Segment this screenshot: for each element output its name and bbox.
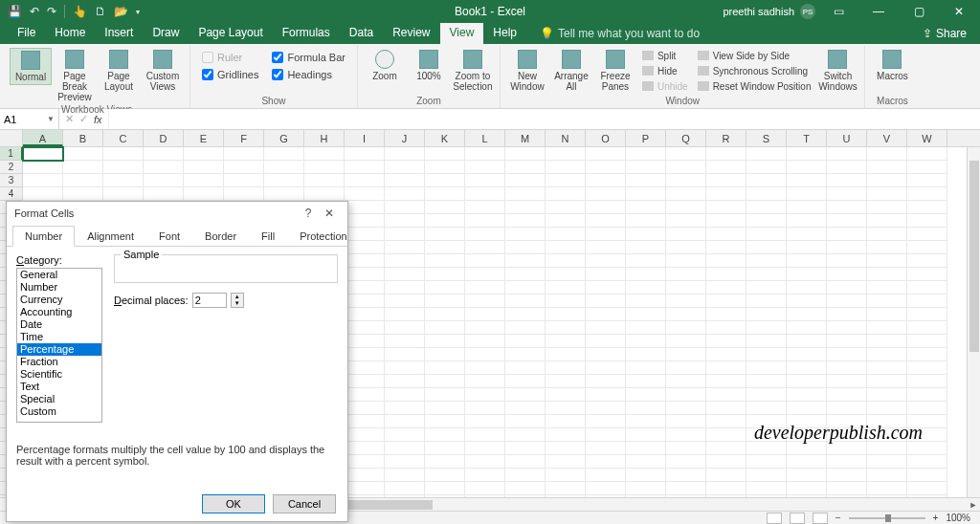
- cell[interactable]: [586, 415, 626, 428]
- cell[interactable]: [666, 214, 706, 228]
- cell[interactable]: [907, 187, 947, 201]
- tab-review[interactable]: Review: [383, 23, 439, 44]
- cell[interactable]: [666, 308, 706, 321]
- cell[interactable]: [345, 361, 385, 375]
- cell[interactable]: [827, 348, 867, 361]
- cell[interactable]: [345, 442, 385, 455]
- cell[interactable]: [465, 201, 505, 214]
- cell[interactable]: [264, 161, 304, 174]
- cell[interactable]: [505, 335, 546, 348]
- headings-checkbox[interactable]: Headings: [272, 69, 345, 80]
- cell[interactable]: [907, 388, 947, 402]
- cell[interactable]: [867, 295, 907, 308]
- cell[interactable]: [666, 228, 706, 241]
- cell[interactable]: [666, 361, 706, 375]
- tab-page-layout[interactable]: Page Layout: [189, 23, 272, 44]
- cell[interactable]: [907, 147, 947, 161]
- cell[interactable]: [586, 281, 626, 295]
- cell[interactable]: [103, 174, 144, 187]
- cell[interactable]: [787, 281, 827, 295]
- qat-dropdown-icon[interactable]: ▾: [136, 8, 140, 16]
- cell[interactable]: [546, 254, 586, 268]
- cell[interactable]: [505, 361, 546, 375]
- save-icon[interactable]: 💾: [8, 5, 22, 18]
- cell[interactable]: [546, 187, 586, 201]
- cell[interactable]: [746, 321, 787, 335]
- cell[interactable]: [546, 241, 586, 254]
- cell[interactable]: [103, 187, 144, 201]
- ok-button[interactable]: OK: [202, 494, 265, 513]
- cell[interactable]: [586, 174, 626, 187]
- zoom-100-button[interactable]: 100%: [408, 48, 450, 83]
- column-header[interactable]: I: [345, 130, 385, 146]
- cell[interactable]: [706, 402, 746, 415]
- cell[interactable]: [827, 295, 867, 308]
- cell[interactable]: [505, 321, 546, 335]
- cell[interactable]: [465, 482, 505, 495]
- decimal-spinner[interactable]: ▲ ▼: [231, 293, 244, 308]
- cell[interactable]: [505, 201, 546, 214]
- column-header[interactable]: R: [706, 130, 746, 146]
- page-break-status-icon[interactable]: [813, 513, 828, 524]
- cell[interactable]: [746, 402, 787, 415]
- cell[interactable]: [546, 174, 586, 187]
- cell[interactable]: [425, 268, 465, 281]
- cell[interactable]: [465, 388, 505, 402]
- category-item[interactable]: Fraction: [17, 356, 101, 368]
- column-header[interactable]: K: [425, 130, 465, 146]
- cell[interactable]: [626, 241, 666, 254]
- name-box[interactable]: A1 ▼: [0, 109, 59, 129]
- cell[interactable]: [385, 241, 425, 254]
- cell[interactable]: [546, 375, 586, 388]
- cell[interactable]: [787, 241, 827, 254]
- name-box-dropdown-icon[interactable]: ▼: [47, 115, 55, 123]
- dialog-tab-border[interactable]: Border: [192, 226, 249, 247]
- cell[interactable]: [666, 187, 706, 201]
- cell[interactable]: [907, 455, 947, 469]
- cell[interactable]: [465, 187, 505, 201]
- column-header[interactable]: S: [746, 130, 787, 146]
- column-header[interactable]: U: [827, 130, 867, 146]
- cell[interactable]: [867, 201, 907, 214]
- cell[interactable]: [385, 482, 425, 495]
- cell[interactable]: [827, 187, 867, 201]
- cell[interactable]: [787, 361, 827, 375]
- category-item[interactable]: Percentage: [17, 343, 101, 356]
- cell[interactable]: [345, 295, 385, 308]
- cell[interactable]: [586, 375, 626, 388]
- cell[interactable]: [827, 469, 867, 482]
- cell[interactable]: [787, 455, 827, 469]
- cell[interactable]: [586, 428, 626, 442]
- cell[interactable]: [144, 187, 184, 201]
- cell[interactable]: [706, 469, 746, 482]
- cell[interactable]: [385, 268, 425, 281]
- cell[interactable]: [706, 268, 746, 281]
- cell[interactable]: [385, 469, 425, 482]
- cell[interactable]: [746, 161, 787, 174]
- cancel-button[interactable]: Cancel: [273, 494, 336, 513]
- cell[interactable]: [505, 455, 546, 469]
- cell[interactable]: [626, 375, 666, 388]
- close-button[interactable]: ✕: [942, 0, 976, 23]
- cell[interactable]: [666, 147, 706, 161]
- dialog-tab-font[interactable]: Font: [146, 226, 192, 247]
- cell[interactable]: [546, 402, 586, 415]
- cell[interactable]: [345, 402, 385, 415]
- cell[interactable]: [626, 428, 666, 442]
- cell[interactable]: [505, 375, 546, 388]
- cell[interactable]: [827, 161, 867, 174]
- cell[interactable]: [787, 442, 827, 455]
- cell[interactable]: [626, 442, 666, 455]
- row-header[interactable]: 3: [0, 174, 23, 187]
- cell[interactable]: [425, 415, 465, 428]
- cell[interactable]: [867, 375, 907, 388]
- cell[interactable]: [746, 295, 787, 308]
- cell[interactable]: [63, 161, 103, 174]
- cell[interactable]: [626, 174, 666, 187]
- vertical-scrollbar[interactable]: [967, 147, 980, 497]
- cell[interactable]: [345, 375, 385, 388]
- cell[interactable]: [827, 321, 867, 335]
- freeze-panes-button[interactable]: Freeze Panes: [594, 48, 636, 94]
- cell[interactable]: [304, 147, 345, 161]
- cell[interactable]: [666, 428, 706, 442]
